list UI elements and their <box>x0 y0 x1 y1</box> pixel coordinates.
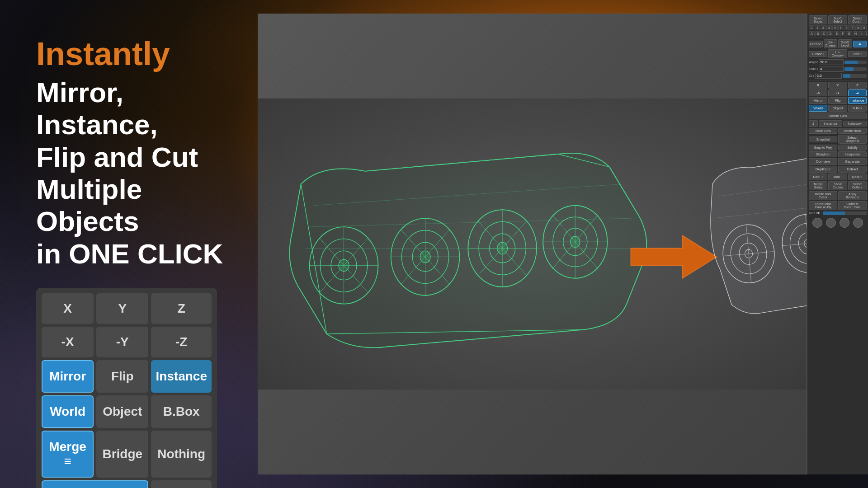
btn-delete-geo-grid[interactable]: Delete Geo <box>151 480 212 488</box>
btn-flip[interactable]: Flip <box>96 360 148 393</box>
sr-object[interactable]: Object <box>828 105 847 112</box>
sr-crs-slider[interactable] <box>843 74 867 78</box>
sr-subd-level[interactable]: SubDLevel <box>838 39 852 48</box>
sr-num-1[interactable]: 1 <box>815 25 820 30</box>
sr-flip[interactable]: Flip <box>828 97 847 104</box>
sr-letter-j[interactable]: J <box>864 31 868 36</box>
btn-merge[interactable]: Merge ≡ <box>42 431 94 478</box>
sr-x-neg[interactable]: -X <box>809 89 827 96</box>
btn-bridge[interactable]: Bridge <box>96 431 148 478</box>
btn-bbox[interactable]: B.Box <box>151 395 212 428</box>
btn-nothing[interactable]: Nothing <box>151 431 212 478</box>
sr-show-cutters[interactable]: ShowCutters <box>828 181 847 190</box>
sr-bool-mult[interactable]: Bool × <box>848 174 867 180</box>
sr-select-constr[interactable]: SelectConstr. <box>848 15 867 24</box>
sr-crease-plus[interactable]: Crease+ <box>809 51 827 57</box>
sr-store-edits[interactable]: Store Edits <box>809 128 837 134</box>
sr-bevel-plus[interactable]: Bevel+ <box>848 51 867 57</box>
btn-neg-y[interactable]: -Y <box>96 327 148 357</box>
sr-letter-f[interactable]: F <box>840 31 845 36</box>
btn-neg-x[interactable]: -X <box>42 327 94 357</box>
sr-select-edges[interactable]: SelectEdges <box>809 15 827 24</box>
sr-uncrease-plus[interactable]: Un-Crease+ <box>828 49 847 58</box>
sr-circle-1[interactable] <box>812 218 822 228</box>
sr-world[interactable]: World <box>809 105 827 112</box>
sr-circle-4[interactable] <box>853 218 863 228</box>
sr-apply-booleans[interactable]: ApplyBooleans <box>838 191 867 200</box>
sr-y-pos[interactable]: Y <box>828 82 847 89</box>
sr-bool-plus[interactable]: Bool + <box>809 174 827 180</box>
sr-subd-slider[interactable] <box>844 67 867 71</box>
sr-combine[interactable]: Combine <box>809 158 837 165</box>
sr-instance-btn[interactable]: Instance <box>819 120 842 127</box>
btn-instance[interactable]: Instance <box>151 360 212 393</box>
sr-num-4[interactable]: 4 <box>832 25 838 30</box>
sr-z-neg[interactable]: -Z <box>848 89 867 96</box>
sr-subd-input[interactable] <box>819 66 844 72</box>
sr-circle-3[interactable] <box>840 218 849 228</box>
sr-toggle-group[interactable]: ToggleGroup <box>809 181 827 190</box>
sr-res-row: Res 20 <box>809 211 867 215</box>
btn-cut-geo[interactable]: Cut Geo <box>42 480 148 488</box>
btn-y[interactable]: Y <box>96 293 148 324</box>
sr-mirror[interactable]: Mirror <box>809 97 827 104</box>
sr-duplicate[interactable]: Duplicate <box>809 166 837 173</box>
sr-letter-g[interactable]: G <box>846 31 852 36</box>
sr-xyz-pos: X Y Z <box>809 82 867 89</box>
sr-switch-constr[interactable]: Switch toConstr. Cam. <box>838 201 867 210</box>
btn-z[interactable]: Z <box>151 293 212 324</box>
sr-angle-slider[interactable] <box>844 61 867 64</box>
sr-angle-input[interactable] <box>819 59 844 65</box>
sr-letter-row: A B C D E F G H I J <box>809 31 867 36</box>
btn-object[interactable]: Object <box>96 395 148 428</box>
sr-bool-minus[interactable]: Bool − <box>828 174 847 180</box>
sr-x-pos[interactable]: X <box>809 82 827 89</box>
sr-letter-a[interactable]: A <box>809 31 815 36</box>
sr-uncrease[interactable]: Un-Crease <box>824 39 838 48</box>
sr-delete-bool[interactable]: Delete BoolCutter <box>809 191 837 200</box>
sr-select-cutters[interactable]: SelectCutters <box>848 181 867 190</box>
btn-neg-z[interactable]: -Z <box>151 327 212 357</box>
sr-solidify[interactable]: Solidify <box>838 145 867 150</box>
sr-letter-c[interactable]: C <box>821 31 827 36</box>
sr-snap-poly[interactable]: Snap to Poly <box>809 145 837 150</box>
btn-x[interactable]: X <box>42 293 94 324</box>
sr-construction-plane[interactable]: ConstructionPlane on Ply <box>809 201 837 210</box>
sr-y-neg[interactable]: -Y <box>828 89 847 96</box>
viewport[interactable] <box>258 14 807 474</box>
sr-res-slider[interactable] <box>823 211 867 215</box>
sr-num-2[interactable]: 2 <box>821 25 826 30</box>
sr-letter-i[interactable]: I <box>859 31 863 36</box>
sr-num-6[interactable]: 6 <box>844 25 849 30</box>
sr-interpolate[interactable]: Interpolate <box>838 151 867 157</box>
sr-extract[interactable]: Extract <box>838 166 867 173</box>
sr-subc-select[interactable]: SubCSelect <box>828 15 847 24</box>
sr-num-9[interactable]: 9 <box>861 25 867 30</box>
sr-bbox-sr[interactable]: B.Box <box>848 105 867 112</box>
btn-mirror[interactable]: Mirror <box>42 360 94 393</box>
sr-z-pos[interactable]: Z <box>848 82 867 89</box>
sr-snapshot[interactable]: Snapshot <box>809 136 837 142</box>
sr-subd-value[interactable]: 4 <box>853 41 867 47</box>
sr-delete-node[interactable]: Delete Node <box>838 128 867 134</box>
btn-world[interactable]: World <box>42 395 94 428</box>
sr-letter-b[interactable]: B <box>815 31 821 36</box>
sr-num-5[interactable]: 5 <box>838 25 844 30</box>
sr-crease[interactable]: Crease <box>809 41 823 47</box>
sr-instance-num[interactable]: 1 <box>809 120 818 127</box>
sr-crs-input[interactable] <box>815 73 842 79</box>
sr-num-7[interactable]: 7 <box>849 25 855 30</box>
sr-circle-2[interactable] <box>826 218 836 228</box>
sr-straighten[interactable]: Straighten <box>809 151 837 157</box>
sr-instance-plus[interactable]: Instance+ <box>843 121 867 127</box>
sr-num-3[interactable]: 3 <box>826 25 832 30</box>
sr-letter-d[interactable]: D <box>827 31 833 36</box>
sr-num-0[interactable]: 0 <box>809 25 814 30</box>
sr-separate[interactable]: Separate <box>838 158 867 165</box>
sr-letter-e[interactable]: E <box>834 31 840 36</box>
sr-extract-snapshot[interactable]: ExtractSnapshot <box>838 135 867 144</box>
sr-delete-geo[interactable]: Delete Geo <box>809 113 867 119</box>
sr-letter-h[interactable]: H <box>853 31 859 36</box>
sr-instance[interactable]: Instance <box>848 97 867 104</box>
sr-num-8[interactable]: 8 <box>855 25 861 30</box>
